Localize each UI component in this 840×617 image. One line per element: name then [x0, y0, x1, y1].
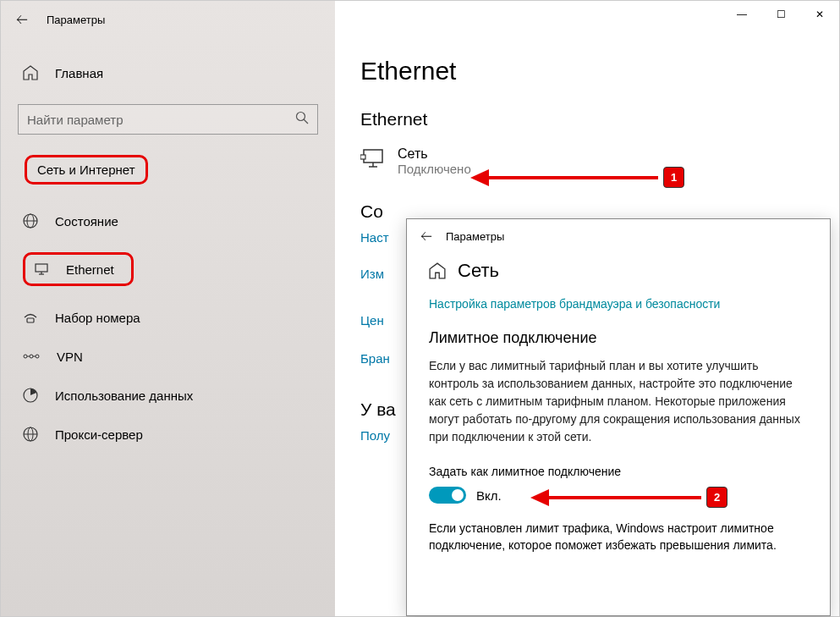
maximize-button[interactable]: ☐	[761, 1, 800, 28]
sidebar-item-proxy[interactable]: Прокси-сервер	[18, 415, 318, 454]
sidebar-item-label: Ethernet	[66, 262, 114, 277]
page-title: Ethernet	[360, 57, 814, 85]
search-icon[interactable]	[295, 111, 309, 128]
vpn-icon	[23, 349, 40, 364]
svg-point-11	[36, 355, 39, 358]
svg-rect-18	[364, 150, 382, 163]
toggle-label: Задать как лимитное подключение	[429, 465, 808, 478]
popup-window: 🡠 Параметры Сеть Настройка параметров бр…	[406, 218, 831, 616]
popup-subheading: Лимитное подключение	[429, 329, 808, 347]
close-button[interactable]: ✕	[800, 1, 839, 28]
sidebar-item-datausage[interactable]: Использование данных	[18, 376, 318, 415]
sidebar-item-vpn[interactable]: VPN	[18, 337, 318, 376]
svg-point-10	[30, 355, 33, 358]
sidebar-item-label: Набор номера	[55, 311, 140, 325]
arrow-annotation-1: 1	[470, 167, 684, 188]
back-icon[interactable]: 🡠	[16, 13, 28, 26]
search-input[interactable]	[27, 113, 295, 127]
popup-titlebar: 🡠 Параметры	[407, 219, 830, 253]
sidebar-item-ethernet[interactable]: Ethernet	[18, 240, 318, 298]
annotation-badge: 2	[706, 487, 727, 508]
metered-toggle[interactable]	[429, 487, 466, 504]
dialup-icon	[23, 310, 38, 325]
sidebar-category-label: Сеть и Интернет	[37, 163, 135, 177]
minimize-button[interactable]: ―	[722, 1, 761, 28]
svg-point-9	[24, 355, 27, 358]
connection-status: Подключено	[398, 162, 471, 176]
sidebar-item-dialup[interactable]: Набор номера	[18, 298, 318, 337]
titlebar-text: Параметры	[47, 14, 105, 26]
back-icon[interactable]: 🡠	[420, 229, 432, 243]
popup-titlebar-text: Параметры	[446, 230, 504, 243]
svg-line-1	[304, 119, 308, 124]
sidebar-item-label: Прокси-сервер	[55, 427, 143, 442]
globe-icon	[23, 213, 38, 229]
sidebar-item-label: Использование данных	[55, 388, 193, 403]
sidebar-item-status[interactable]: Состояние	[18, 201, 318, 240]
annotation-badge: 1	[663, 167, 684, 188]
ethernet-icon	[34, 262, 49, 277]
highlight-annotation: Ethernet	[23, 252, 134, 286]
sidebar-item-label: VPN	[57, 350, 83, 364]
toggle-row: Вкл. 2	[429, 487, 808, 504]
svg-rect-5	[36, 264, 47, 272]
popup-description: Если у вас лимитный тарифный план и вы х…	[429, 357, 808, 446]
nav-home[interactable]: Главная	[18, 55, 318, 91]
window-controls: ― ☐ ✕	[722, 1, 839, 28]
toggle-state: Вкл.	[476, 488, 502, 503]
home-icon	[23, 65, 38, 80]
nav-home-label: Главная	[55, 66, 103, 80]
popup-heading: Сеть	[429, 260, 808, 282]
sidebar-item-label: Состояние	[55, 214, 118, 229]
sidebar: 🡠 Параметры Главная Сеть и Интернет	[1, 1, 335, 616]
connection-name: Сеть	[398, 146, 471, 162]
home-icon	[429, 262, 446, 279]
arrow-annotation-2: 2	[530, 487, 727, 508]
firewall-link[interactable]: Настройка параметров брандмауэра и безоп…	[429, 297, 808, 311]
data-icon	[23, 388, 38, 403]
ethernet-icon	[360, 148, 386, 174]
section-title: Ethernet	[360, 109, 814, 129]
proxy-icon	[23, 427, 38, 442]
sidebar-category: Сеть и Интернет	[18, 148, 318, 191]
svg-rect-8	[27, 318, 34, 322]
popup-heading-text: Сеть	[458, 260, 499, 282]
search-box[interactable]	[18, 104, 318, 135]
highlight-annotation: Сеть и Интернет	[25, 155, 148, 185]
titlebar: 🡠 Параметры	[1, 1, 335, 38]
svg-rect-21	[360, 155, 365, 159]
popup-note: Если установлен лимит трафика, Windows н…	[429, 521, 808, 554]
